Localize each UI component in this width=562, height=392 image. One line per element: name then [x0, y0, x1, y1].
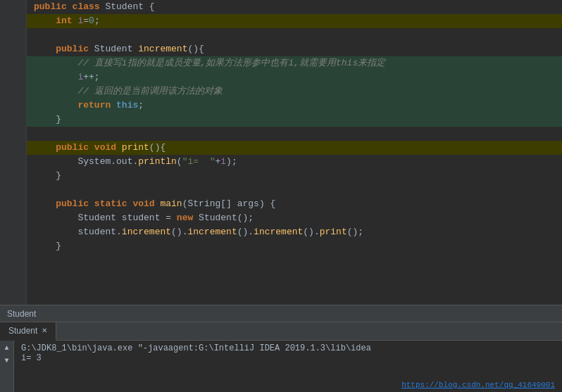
code-line-11: public void print(){	[27, 141, 562, 155]
indent	[34, 70, 77, 84]
code-line-14	[27, 183, 562, 197]
chain2: ().	[237, 225, 254, 239]
indent	[34, 42, 56, 56]
return-type: Student	[94, 42, 138, 56]
semicolon: ;	[94, 14, 100, 28]
keyword-new: new	[177, 211, 199, 225]
code-line-6: i++;	[27, 70, 562, 84]
gutter-line-9	[0, 113, 26, 127]
terminal-tab-student[interactable]: Student ✕	[0, 322, 56, 341]
code-content[interactable]: public class Student { int i=0; public S…	[27, 0, 562, 305]
keyword-public2: public	[56, 141, 94, 155]
code-line-5: // 直接写i指的就是成员变量,如果方法形参中也有i,就需要用this来指定	[27, 56, 562, 70]
keyword-static: static	[94, 197, 133, 211]
indent	[34, 99, 77, 113]
num-zero: 0	[89, 14, 94, 28]
student-decl: Student student =	[77, 211, 176, 225]
paren: (){	[187, 42, 204, 56]
chain1: ().	[171, 225, 187, 239]
gutter-line-8	[0, 99, 26, 113]
terminal-body: G:\JDK8_1\bin\java.exe "-javaagent:G:\In…	[14, 341, 562, 392]
code-line-3	[27, 28, 562, 42]
gutter-line-10	[0, 127, 26, 141]
indent	[34, 197, 56, 211]
gutter-line-6	[0, 70, 26, 84]
gutter-line-4	[0, 42, 26, 56]
close-brace-2: }	[34, 169, 61, 183]
plus: +	[215, 155, 220, 169]
gutter-line-11	[0, 141, 26, 155]
arrow-up-icon[interactable]: ▲	[4, 343, 8, 353]
code-line-4: public Student increment(){	[27, 42, 562, 56]
arrow-down-icon[interactable]: ▼	[4, 356, 8, 366]
line-number-gutter	[0, 0, 27, 305]
indent	[34, 155, 77, 169]
system: System	[77, 155, 111, 169]
method-print2: print	[320, 225, 347, 239]
method-print: print	[122, 141, 149, 155]
indent	[34, 14, 56, 28]
code-line-2: int i=0;	[27, 14, 562, 28]
indent	[34, 211, 77, 225]
code-line-8: return this;	[27, 99, 562, 113]
indent	[34, 141, 56, 155]
terminal-tab-close[interactable]: ✕	[42, 327, 47, 334]
method-println: println	[138, 155, 177, 169]
gutter-line-1	[0, 0, 26, 14]
code-line-10	[27, 127, 562, 141]
terminal-output: i= 3	[21, 353, 555, 363]
keyword-public: public	[56, 42, 94, 56]
field-i: i	[77, 14, 83, 28]
gutter-line-14	[0, 183, 26, 197]
gutter-line-16	[0, 211, 26, 225]
gutter-line-2	[0, 14, 26, 28]
main-params: (String[] args) {	[182, 197, 276, 211]
comment-2: // 返回的是当前调用该方法的对象	[34, 84, 223, 99]
student-ctor: Student();	[199, 211, 254, 225]
code-line-17: student.increment().increment().incremen…	[27, 225, 562, 239]
code-line-12: System.out.println("i= "+i);	[27, 155, 562, 169]
close-paren: );	[226, 155, 237, 169]
method-main: main	[160, 197, 182, 211]
dot-out: .out.	[111, 155, 138, 169]
code-line-15: public static void main(String[] args) {	[27, 197, 562, 211]
keyword-int: int	[56, 14, 77, 28]
method-inc2: increment	[187, 225, 237, 239]
keyword-class: class	[73, 0, 106, 14]
method-increment: increment	[138, 42, 187, 56]
end-call: ();	[347, 225, 363, 239]
close-brace-1: }	[34, 113, 61, 127]
field-i3: i	[220, 155, 226, 169]
terminal-tab-label: Student	[8, 326, 37, 336]
gutter-line-12	[0, 155, 26, 169]
gutter-line-5	[0, 56, 26, 70]
gutter-line-15	[0, 197, 26, 211]
gutter-line-18	[0, 239, 26, 253]
keyword-this: this	[116, 99, 138, 113]
comment-1: // 直接写i指的就是成员变量,如果方法形参中也有i,就需要用this来指定	[34, 56, 385, 70]
method-inc3: increment	[254, 225, 303, 239]
string-i: "i= "	[182, 155, 216, 169]
class-name: Student {	[105, 0, 154, 14]
terminal-tabs: Student ✕	[0, 322, 562, 341]
gutter-line-3	[0, 28, 26, 42]
code-line-1: public class Student {	[27, 0, 562, 14]
breadcrumb: Student	[7, 309, 36, 319]
gutter-line-17	[0, 225, 26, 239]
student-ref: student.	[77, 225, 121, 239]
code-line-16: Student student = new Student();	[27, 211, 562, 225]
keyword-public3: public	[56, 197, 94, 211]
paren3: (	[177, 155, 182, 169]
gutter-line-7	[0, 84, 26, 99]
code-line-13: }	[27, 169, 562, 183]
method-inc1: increment	[122, 225, 171, 239]
code-line-18: }	[27, 239, 562, 253]
equals: =	[83, 14, 89, 28]
terminal-panel: Student ✕ ▲ ▼ G:\JDK8_1\bin\java.exe "-j…	[0, 322, 562, 392]
keyword-public: public	[34, 0, 73, 14]
code-line-7: // 返回的是当前调用该方法的对象	[27, 84, 562, 99]
keyword-void: void	[94, 141, 122, 155]
terminal-url[interactable]: https://blog.csdn.net/qq_41649001	[401, 381, 555, 389]
close-brace-3: }	[34, 239, 61, 253]
terminal-command: G:\JDK8_1\bin\java.exe "-javaagent:G:\In…	[21, 343, 555, 353]
